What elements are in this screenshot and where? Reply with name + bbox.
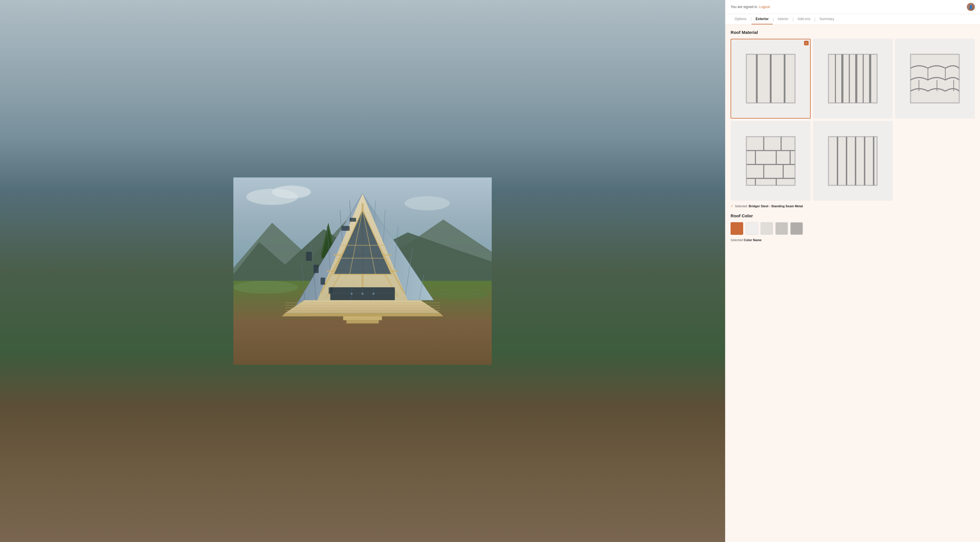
color-swatch-terra-cotta[interactable] bbox=[730, 222, 743, 235]
panel-content: Roof Material ✓ bbox=[725, 25, 980, 542]
svg-marker-58 bbox=[282, 313, 444, 316]
color-swatch-off-white[interactable] bbox=[746, 222, 758, 235]
selected-label-prefix: Selected bbox=[735, 204, 747, 208]
check-icon: ✓ bbox=[730, 204, 733, 208]
selected-color-name: Color Name bbox=[744, 238, 762, 242]
svg-rect-44 bbox=[350, 218, 356, 222]
color-swatch-light-gray[interactable] bbox=[760, 222, 773, 235]
material-icon-5 bbox=[825, 133, 881, 189]
material-shingle[interactable] bbox=[895, 39, 975, 119]
svg-point-8 bbox=[430, 288, 488, 299]
svg-point-50 bbox=[351, 292, 353, 294]
svg-rect-60 bbox=[347, 320, 379, 323]
roof-color-title: Roof Color bbox=[730, 213, 975, 218]
material-icon-3 bbox=[907, 51, 963, 106]
logout-link[interactable]: Logout bbox=[759, 5, 770, 9]
color-swatch-dark-gray[interactable] bbox=[790, 222, 803, 235]
color-label-prefix: Selected bbox=[730, 238, 743, 242]
svg-rect-39 bbox=[306, 251, 312, 261]
svg-rect-40 bbox=[313, 264, 319, 273]
tab-interior[interactable]: Interior bbox=[773, 14, 792, 24]
svg-rect-41 bbox=[321, 277, 325, 285]
svg-rect-91 bbox=[829, 137, 877, 185]
color-grid bbox=[730, 222, 975, 235]
svg-point-2 bbox=[272, 186, 311, 199]
material-icon-2 bbox=[825, 51, 881, 106]
selected-check-badge: ✓ bbox=[804, 41, 809, 45]
material-flat-tile[interactable] bbox=[730, 121, 810, 201]
svg-point-7 bbox=[233, 281, 298, 294]
tab-summary[interactable]: Summary bbox=[816, 14, 838, 24]
material-standing-seam[interactable]: ✓ bbox=[730, 39, 810, 119]
avatar-initials: 👤 bbox=[969, 5, 973, 9]
svg-point-3 bbox=[404, 196, 450, 210]
selected-material-label: ✓ Selected Bridger Steel - Standing Seam… bbox=[730, 204, 975, 208]
svg-rect-43 bbox=[342, 226, 350, 230]
tab-exterior[interactable]: Exterior bbox=[751, 14, 772, 24]
material-icon-4 bbox=[743, 133, 799, 189]
svg-point-52 bbox=[372, 292, 375, 294]
selected-material-name: Bridger Steel - Standing Seam Metal bbox=[749, 204, 803, 208]
tab-addons[interactable]: Add-ons bbox=[794, 14, 815, 24]
nav-tabs: Options | Exterior | Interior | Add-ons … bbox=[725, 14, 980, 25]
material-icon-1 bbox=[743, 51, 799, 106]
svg-rect-59 bbox=[343, 316, 382, 320]
signed-in-area: You are signed in. Logout bbox=[730, 5, 770, 9]
material-grid: ✓ bbox=[730, 39, 975, 201]
selected-color-label: Selected Color Name bbox=[730, 238, 975, 242]
top-bar: You are signed in. Logout 👤 bbox=[725, 0, 980, 14]
avatar[interactable]: 👤 bbox=[967, 3, 975, 11]
signed-in-text: You are signed in. bbox=[730, 5, 758, 9]
tab-options[interactable]: Options bbox=[730, 14, 750, 24]
svg-marker-53 bbox=[285, 300, 440, 313]
roof-material-title: Roof Material bbox=[730, 30, 975, 35]
color-swatch-mid-gray[interactable] bbox=[775, 222, 788, 235]
svg-rect-72 bbox=[910, 54, 959, 103]
config-panel: You are signed in. Logout 👤 Options | Ex… bbox=[725, 0, 980, 542]
material-board-batten[interactable] bbox=[813, 39, 893, 119]
svg-point-51 bbox=[362, 292, 364, 294]
cabin-viewer bbox=[0, 0, 725, 542]
cabin-illustration bbox=[233, 41, 492, 502]
material-vertical-panel[interactable] bbox=[813, 121, 893, 201]
